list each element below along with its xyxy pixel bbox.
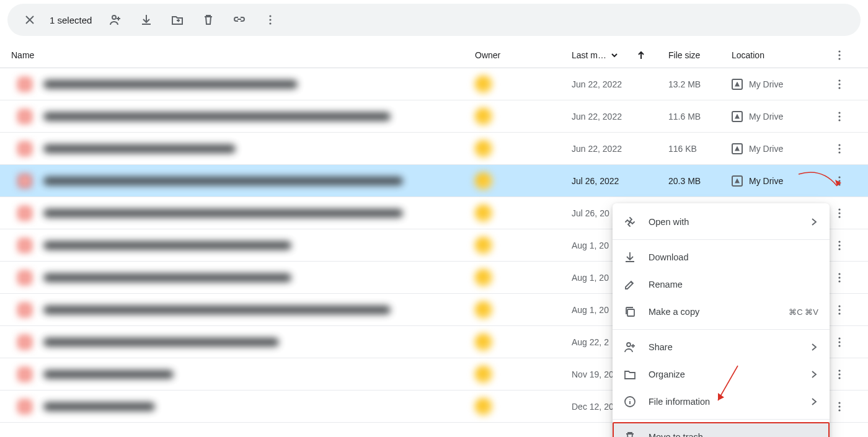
row-more-button[interactable] bbox=[828, 234, 851, 257]
location-cell[interactable]: My Drive bbox=[732, 111, 827, 122]
svg-point-6 bbox=[838, 58, 840, 60]
more-vert-icon bbox=[833, 239, 846, 252]
svg-point-34 bbox=[838, 369, 840, 371]
svg-point-30 bbox=[838, 312, 840, 314]
menu-file-info[interactable]: File information bbox=[613, 388, 830, 415]
svg-point-16 bbox=[838, 176, 840, 178]
column-last-modified[interactable]: Last m… bbox=[572, 50, 668, 60]
move-button[interactable] bbox=[164, 6, 191, 33]
more-vert-icon bbox=[833, 368, 846, 381]
table-row[interactable]: Jun 22, 2022 13.2 MB My Drive bbox=[0, 68, 868, 100]
menu-share[interactable]: Share bbox=[613, 333, 830, 361]
svg-point-5 bbox=[838, 54, 840, 56]
download-button[interactable] bbox=[133, 6, 160, 33]
column-size[interactable]: File size bbox=[668, 50, 732, 60]
pdf-file-icon bbox=[19, 239, 31, 252]
row-more-button[interactable] bbox=[828, 299, 851, 321]
file-size: 11.6 MB bbox=[668, 112, 732, 121]
svg-point-21 bbox=[838, 216, 840, 218]
row-more-button[interactable] bbox=[828, 105, 851, 128]
drive-icon bbox=[732, 111, 743, 122]
menu-make-copy[interactable]: Make a copy ⌘C ⌘V bbox=[613, 298, 830, 325]
svg-point-37 bbox=[838, 402, 840, 404]
more-vert-icon bbox=[833, 110, 846, 123]
pdf-file-icon bbox=[19, 336, 31, 348]
svg-point-33 bbox=[838, 345, 840, 347]
chevron-right-icon bbox=[810, 342, 818, 353]
column-name[interactable]: Name bbox=[11, 50, 475, 60]
table-row[interactable]: Jun 22, 2022 11.6 MB My Drive bbox=[0, 100, 868, 133]
svg-point-41 bbox=[627, 343, 631, 347]
svg-point-29 bbox=[838, 309, 840, 311]
more-vert-icon bbox=[833, 175, 846, 187]
download-icon bbox=[140, 14, 153, 26]
location-cell[interactable]: My Drive bbox=[732, 79, 827, 90]
svg-point-7 bbox=[838, 79, 840, 81]
table-row[interactable]: Jul 26, 2022 20.3 MB My Drive bbox=[0, 165, 868, 197]
svg-point-4 bbox=[838, 50, 840, 52]
more-vert-icon bbox=[833, 336, 846, 348]
column-location[interactable]: Location bbox=[732, 50, 827, 60]
more-vert-icon bbox=[833, 271, 846, 284]
row-more-button[interactable] bbox=[828, 363, 851, 386]
row-more-button[interactable] bbox=[828, 138, 851, 160]
modified-date: Jun 22, 2022 bbox=[572, 79, 668, 89]
menu-open-with[interactable]: Open with bbox=[613, 208, 830, 236]
table-row[interactable]: Jun 22, 2022 116 KB My Drive bbox=[0, 133, 868, 165]
pdf-file-icon bbox=[19, 175, 31, 187]
context-menu: Open with Download Rename Make a copy ⌘C… bbox=[613, 203, 830, 437]
share-button[interactable] bbox=[102, 6, 129, 33]
pdf-file-icon bbox=[19, 110, 31, 123]
link-button[interactable] bbox=[226, 6, 253, 33]
menu-move-to-trash[interactable]: Move to trash bbox=[613, 423, 830, 437]
row-more-button[interactable] bbox=[828, 395, 851, 418]
chevron-right-icon bbox=[810, 397, 818, 407]
column-owner[interactable]: Owner bbox=[475, 50, 572, 60]
row-more-button[interactable] bbox=[828, 73, 851, 95]
menu-rename[interactable]: Rename bbox=[613, 271, 830, 298]
file-name bbox=[43, 402, 155, 411]
more-vert-icon bbox=[833, 207, 846, 219]
svg-point-20 bbox=[838, 212, 840, 214]
file-size: 13.2 MB bbox=[668, 79, 732, 89]
rename-icon bbox=[624, 278, 636, 291]
selection-toolbar: 1 selected bbox=[7, 4, 861, 36]
svg-point-26 bbox=[838, 276, 840, 278]
file-name bbox=[43, 241, 291, 250]
svg-point-13 bbox=[838, 144, 840, 146]
row-more-button[interactable] bbox=[828, 267, 851, 289]
svg-point-25 bbox=[838, 273, 840, 275]
more-vert-icon bbox=[833, 49, 846, 61]
svg-point-15 bbox=[838, 151, 840, 153]
menu-organize[interactable]: Organize bbox=[613, 361, 830, 388]
location-cell[interactable]: My Drive bbox=[732, 175, 827, 187]
row-more-button[interactable] bbox=[828, 331, 851, 353]
more-toolbar-button[interactable] bbox=[257, 6, 284, 33]
location-label: My Drive bbox=[749, 112, 783, 121]
location-label: My Drive bbox=[749, 79, 783, 89]
modified-date: Jun 22, 2022 bbox=[572, 112, 668, 121]
svg-point-18 bbox=[838, 183, 840, 185]
row-more-button[interactable] bbox=[828, 202, 851, 224]
annotation-highlight bbox=[613, 422, 830, 437]
row-more-button[interactable] bbox=[828, 170, 851, 192]
svg-point-28 bbox=[838, 305, 840, 307]
location-label: My Drive bbox=[749, 144, 783, 154]
avatar bbox=[475, 205, 492, 222]
trash-icon bbox=[202, 14, 215, 26]
svg-point-9 bbox=[838, 87, 840, 89]
column-settings[interactable] bbox=[827, 49, 852, 61]
location-cell[interactable]: My Drive bbox=[732, 143, 827, 154]
delete-button[interactable] bbox=[195, 6, 222, 33]
modified-date: Jun 22, 2022 bbox=[572, 144, 668, 154]
menu-download[interactable]: Download bbox=[613, 244, 830, 271]
file-size: 20.3 MB bbox=[668, 176, 732, 186]
svg-point-17 bbox=[838, 180, 840, 182]
more-vert-icon bbox=[833, 400, 846, 413]
folder-move-icon bbox=[171, 14, 184, 26]
svg-point-31 bbox=[838, 337, 840, 339]
file-name bbox=[43, 80, 298, 89]
svg-point-3 bbox=[270, 22, 272, 24]
pdf-file-icon bbox=[19, 400, 31, 413]
close-selection-button[interactable] bbox=[16, 6, 43, 33]
